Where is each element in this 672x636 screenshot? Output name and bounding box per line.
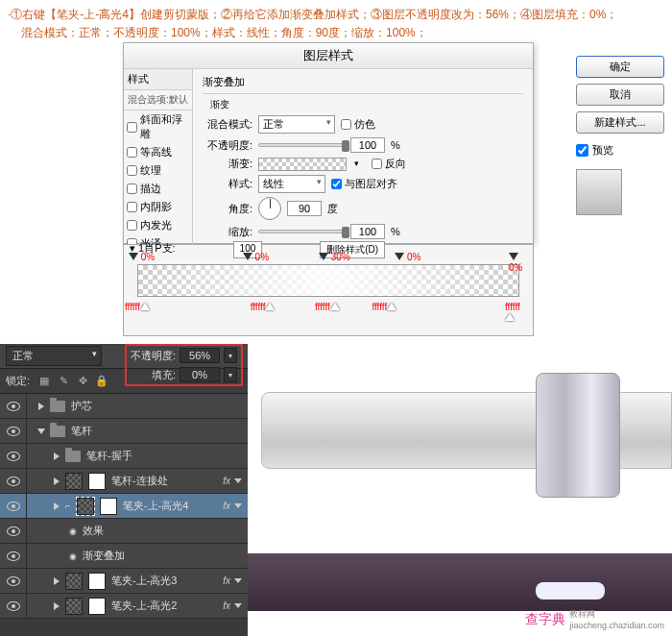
reverse-checkbox[interactable] [372, 159, 382, 169]
sidebar-item-bevel[interactable]: 斜面和浮雕 [124, 110, 192, 143]
disclosure-icon[interactable] [54, 477, 60, 485]
angle-dial[interactable] [258, 197, 281, 220]
opacity-stop[interactable]: 0% [395, 252, 420, 262]
fx-indicator[interactable]: fx [223, 476, 242, 486]
new-style-button[interactable]: 新建样式... [576, 111, 664, 134]
folder-icon [50, 426, 65, 437]
panel-opacity-label: 不透明度: [131, 349, 176, 363]
color-stop[interactable]: ffffff [505, 302, 520, 323]
mask-thumbnail[interactable] [88, 598, 106, 615]
layer-thumbnail[interactable] [65, 598, 83, 615]
style-select[interactable]: 线性 [258, 175, 325, 193]
lock-paint-icon[interactable]: ✎ [57, 375, 70, 388]
layer-row[interactable]: 笔杆-连接处fx [0, 469, 248, 494]
panel-fill-dropdown[interactable]: ▾ [224, 367, 237, 382]
opacity-stop[interactable]: 0% [129, 252, 155, 262]
disclosure-icon[interactable] [54, 453, 60, 460]
sidebar-item-texture[interactable]: 纹理 [124, 161, 192, 180]
layer-name: 笔杆 [71, 424, 92, 438]
layer-thumbnail[interactable] [65, 473, 83, 490]
disclosure-icon[interactable] [37, 428, 45, 434]
layer-thumbnail[interactable] [77, 498, 94, 515]
opacity-stop[interactable]: 30% [319, 252, 350, 262]
texture-checkbox[interactable] [127, 165, 137, 176]
stroke-checkbox[interactable] [127, 183, 137, 194]
scale-input[interactable]: 100 [350, 224, 385, 239]
color-stop[interactable]: ffffff [372, 302, 396, 312]
visibility-icon[interactable] [7, 601, 20, 611]
innerglow-checkbox[interactable] [127, 220, 137, 231]
visibility-icon[interactable] [7, 477, 20, 486]
scale-slider[interactable] [258, 230, 345, 233]
lock-move-icon[interactable]: ✥ [76, 375, 89, 388]
mask-thumbnail[interactable] [88, 573, 106, 590]
gradient-swatch[interactable] [258, 158, 347, 171]
color-stop[interactable]: ffffff [315, 302, 340, 312]
group-row[interactable]: 笔杆 [0, 419, 248, 444]
color-stop[interactable]: ffffff [125, 302, 150, 312]
fx-indicator[interactable]: fx [223, 575, 242, 586]
opacity-label: 不透明度: [203, 138, 252, 153]
blend-select[interactable]: 正常 [258, 115, 335, 134]
sidebar-item-innerglow[interactable]: 内发光 [124, 216, 192, 234]
align-checkbox[interactable] [331, 179, 342, 189]
ok-button[interactable]: 确定 [576, 56, 664, 78]
mask-thumbnail[interactable] [88, 473, 106, 490]
sidebar-header: 样式 [124, 69, 192, 90]
contour-checkbox[interactable] [127, 147, 137, 158]
lock-all-icon[interactable]: 🔒 [95, 375, 108, 388]
sidebar-item-stroke[interactable]: 描边 [124, 180, 192, 198]
sidebar-sub[interactable]: 混合选项:默认 [124, 90, 192, 110]
watermark: 查字典 教程网 jiaocheng.chazidian.com [525, 608, 664, 630]
preview-checkbox[interactable] [576, 144, 588, 157]
angle-input[interactable]: 90 [287, 201, 322, 216]
disclosure-icon[interactable] [54, 602, 60, 610]
sub-header: 渐变 [210, 98, 523, 111]
group-row[interactable]: 护芯 [0, 394, 248, 419]
pen-tip [536, 582, 605, 599]
fx-indicator[interactable]: fx [223, 600, 242, 611]
layer-row[interactable]: 笔夹-上-高光3fx [0, 569, 248, 594]
gradient-label: 渐变: [203, 157, 252, 171]
panel-fill-input[interactable]: 0% [180, 367, 220, 382]
sidebar-item-innershadow[interactable]: 内阴影 [124, 198, 192, 216]
blend-mode-select[interactable]: 正常 [6, 346, 102, 366]
panel-opacity-input[interactable]: 56% [180, 348, 220, 363]
preview-label: 预览 [592, 143, 613, 158]
lock-transparent-icon[interactable]: ▦ [37, 375, 51, 388]
effect-row[interactable]: ◉效果 [0, 519, 248, 544]
disclosure-icon[interactable] [54, 502, 60, 510]
opacity-input[interactable]: 100 [350, 137, 385, 153]
innershadow-checkbox[interactable] [127, 202, 137, 212]
layer-name: 笔夹-上-高光2 [111, 599, 177, 613]
visibility-icon[interactable] [7, 452, 20, 461]
opacity-fill-highlight: 不透明度: 56% ▾ 填充: 0% ▾ [125, 344, 243, 386]
gradient-bar[interactable]: 0% 0% 30% 0% 0%fffffffffffffffffffffffff… [137, 264, 519, 297]
color-stop[interactable]: ffffff [251, 302, 276, 312]
disclosure-icon[interactable] [54, 577, 60, 585]
dither-checkbox[interactable] [341, 119, 351, 130]
visibility-icon[interactable] [7, 427, 20, 436]
panel-opacity-dropdown[interactable]: ▾ [224, 348, 237, 363]
visibility-icon[interactable] [7, 551, 20, 561]
opacity-stop[interactable]: 0% [509, 252, 522, 273]
fx-indicator[interactable]: fx [223, 501, 242, 511]
preview-swatch [576, 169, 622, 215]
opacity-slider[interactable] [258, 143, 345, 147]
effect-row[interactable]: ◉渐变叠加 [0, 544, 248, 569]
bevel-checkbox[interactable] [127, 122, 137, 133]
visibility-icon[interactable] [7, 402, 20, 411]
visibility-icon[interactable] [7, 501, 20, 511]
group-row[interactable]: 笔杆-握手 [0, 444, 248, 469]
sidebar-item-contour[interactable]: 等高线 [124, 143, 192, 161]
opacity-stop[interactable]: 0% [243, 252, 269, 262]
layer-row[interactable]: 笔夹-上-高光2fx [0, 594, 248, 619]
mask-thumbnail[interactable] [100, 498, 117, 515]
disclosure-icon[interactable] [38, 403, 44, 410]
visibility-icon[interactable] [7, 526, 20, 536]
layer-thumbnail[interactable] [65, 573, 83, 590]
style-sidebar: 样式 混合选项:默认 斜面和浮雕 等高线 纹理 描边 内阴影 内发光 光泽 颜色… [124, 69, 193, 244]
cancel-button[interactable]: 取消 [576, 84, 664, 106]
visibility-icon[interactable] [7, 576, 20, 586]
layer-row[interactable]: ⌐笔夹-上-高光4fx [0, 494, 248, 519]
